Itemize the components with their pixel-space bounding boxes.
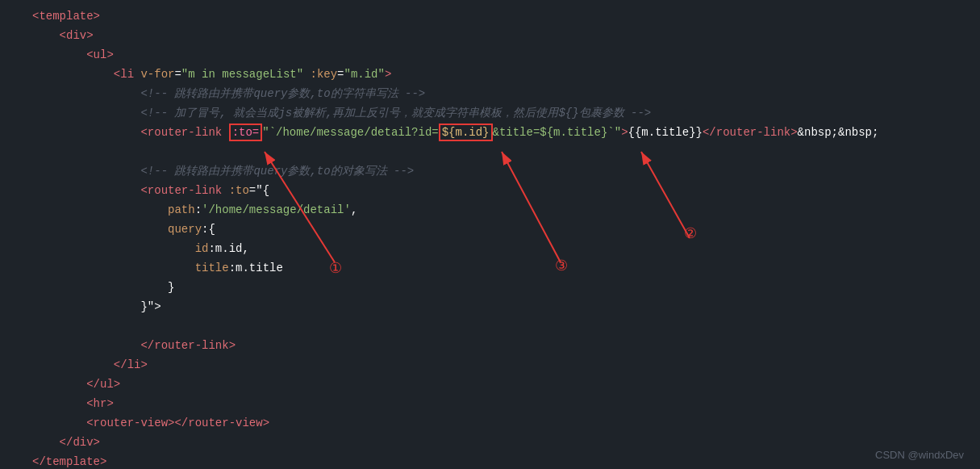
- line-6: <!-- 加了冒号, 就会当成js被解析,再加上反引号，就变成字符串模板，然后使…: [16, 103, 980, 123]
- line-9: <!-- 跳转路由并携带query参数,to的对象写法 -->: [16, 161, 980, 181]
- line-14: title:m.title: [16, 258, 980, 278]
- line-20: </ul>: [16, 375, 980, 394]
- line-15: }: [16, 278, 980, 297]
- line-1: <template>: [16, 6, 980, 26]
- line-3: <ul>: [16, 45, 980, 65]
- line-18: </router-link>: [16, 336, 980, 355]
- line-11: path:'/home/message/detail',: [16, 200, 980, 220]
- line-24: </template>: [16, 452, 980, 469]
- line-13: id:m.id,: [16, 239, 980, 258]
- line-17: [16, 316, 980, 336]
- line-12: query:{: [16, 220, 980, 239]
- line-21: <hr>: [16, 394, 980, 413]
- line-7: <router-link :to="`/home/message/detail?…: [16, 123, 980, 142]
- line-5: <!-- 跳转路由并携带query参数,to的字符串写法 -->: [16, 84, 980, 103]
- line-8: [16, 142, 980, 161]
- line-23: </div>: [16, 433, 980, 452]
- line-16: }">: [16, 297, 980, 316]
- line-4: <li v-for="m in messageList" :key="m.id"…: [16, 65, 980, 84]
- code-editor: <template> <div> <ul> <li v-for="m in me…: [0, 0, 980, 469]
- line-10: <router-link :to="{: [16, 181, 980, 200]
- line-22: <router-view></router-view>: [16, 413, 980, 433]
- code-content: <template> <div> <ul> <li v-for="m in me…: [0, 6, 980, 469]
- highlight-mid: ${m.id}: [439, 124, 493, 141]
- line-2: <div>: [16, 26, 980, 45]
- highlight-to: :to=: [229, 124, 263, 141]
- line-19: </li>: [16, 355, 980, 375]
- watermark: CSDN @windxDev: [875, 449, 964, 461]
